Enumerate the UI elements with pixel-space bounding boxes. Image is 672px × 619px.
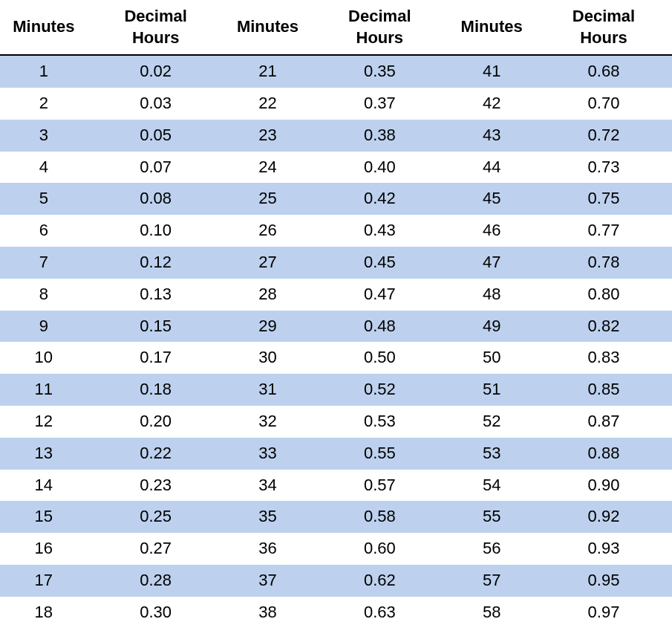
cell-decimal: 0.48 [311,311,448,343]
header-minutes-1: Minutes [0,0,88,55]
cell-minutes: 33 [224,438,312,470]
cell-decimal: 0.62 [311,565,448,597]
cell-minutes: 25 [224,183,312,215]
cell-minutes: 7 [0,247,88,279]
cell-decimal: 0.30 [88,597,224,619]
cell-decimal: 0.78 [535,247,672,279]
cell-decimal: 0.93 [535,533,672,565]
header-decimal-1: Decimal Hours [88,0,224,55]
cell-decimal: 0.60 [311,533,448,565]
cell-minutes: 11 [0,374,88,406]
cell-minutes: 21 [224,55,312,88]
header-minutes-3: Minutes [448,0,535,55]
cell-decimal: 0.85 [535,374,672,406]
header-decimal-3: Decimal Hours [535,0,672,55]
cell-decimal: 0.03 [88,88,224,120]
cell-minutes: 54 [448,470,535,502]
cell-decimal: 0.53 [311,406,448,438]
cell-decimal: 0.90 [535,470,672,502]
cell-minutes: 5 [0,183,88,215]
cell-minutes: 12 [0,406,88,438]
cell-decimal: 0.42 [311,183,448,215]
table-row: 70.12270.45470.78 [0,247,672,279]
header-text-l2: Hours [538,27,669,49]
cell-minutes: 51 [448,374,535,406]
cell-minutes: 36 [224,533,312,565]
header-text-l1: Decimal [314,6,445,27]
cell-decimal: 0.52 [311,374,448,406]
cell-minutes: 22 [224,88,312,120]
table-row: 170.28370.62570.95 [0,565,672,597]
cell-decimal: 0.43 [311,215,448,247]
cell-minutes: 6 [0,215,88,247]
cell-decimal: 0.82 [535,311,672,343]
cell-minutes: 17 [0,565,88,597]
cell-decimal: 0.22 [88,438,224,470]
table-row: 160.27360.60560.93 [0,533,672,565]
cell-decimal: 0.58 [311,501,448,533]
table-row: 130.22330.55530.88 [0,438,672,470]
cell-decimal: 0.20 [88,406,224,438]
cell-minutes: 23 [224,120,312,152]
cell-minutes: 16 [0,533,88,565]
header-text: Minutes [227,16,309,38]
header-row: Minutes Decimal Hours Minutes Decimal Ho… [0,0,672,55]
table-row: 50.08250.42450.75 [0,183,672,215]
cell-minutes: 44 [448,152,535,184]
cell-decimal: 0.02 [88,55,224,88]
cell-decimal: 0.40 [311,152,448,184]
cell-minutes: 14 [0,470,88,502]
header-text: Minutes [3,16,85,38]
header-minutes-2: Minutes [224,0,312,55]
cell-decimal: 0.45 [311,247,448,279]
cell-decimal: 0.47 [311,279,448,311]
table-row: 30.05230.38430.72 [0,120,672,152]
cell-decimal: 0.77 [535,215,672,247]
conversion-table: Minutes Decimal Hours Minutes Decimal Ho… [0,0,672,619]
cell-decimal: 0.70 [535,88,672,120]
cell-minutes: 27 [224,247,312,279]
cell-minutes: 46 [448,215,535,247]
table-row: 100.17300.50500.83 [0,342,672,374]
table-row: 180.30380.63580.97 [0,597,672,619]
cell-minutes: 55 [448,501,535,533]
cell-minutes: 30 [224,342,312,374]
table-row: 20.03220.37420.70 [0,88,672,120]
cell-minutes: 29 [224,311,312,343]
cell-decimal: 0.87 [535,406,672,438]
cell-decimal: 0.08 [88,183,224,215]
cell-minutes: 10 [0,342,88,374]
cell-minutes: 37 [224,565,312,597]
cell-minutes: 26 [224,215,312,247]
cell-decimal: 0.25 [88,501,224,533]
cell-minutes: 2 [0,88,88,120]
table-body: 10.02210.35410.6820.03220.37420.7030.052… [0,55,672,619]
cell-minutes: 47 [448,247,535,279]
cell-decimal: 0.50 [311,342,448,374]
cell-decimal: 0.38 [311,120,448,152]
header-text-l1: Decimal [91,6,221,27]
cell-decimal: 0.75 [535,183,672,215]
cell-minutes: 4 [0,152,88,184]
cell-decimal: 0.37 [311,88,448,120]
cell-decimal: 0.05 [88,120,224,152]
cell-minutes: 38 [224,597,312,619]
cell-minutes: 34 [224,470,312,502]
table-row: 110.18310.52510.85 [0,374,672,406]
cell-decimal: 0.15 [88,311,224,343]
table-row: 80.13280.47480.80 [0,279,672,311]
cell-minutes: 15 [0,501,88,533]
table-row: 10.02210.35410.68 [0,55,672,88]
cell-decimal: 0.88 [535,438,672,470]
header-text-l2: Hours [91,27,221,49]
cell-minutes: 53 [448,438,535,470]
cell-minutes: 1 [0,55,88,88]
header-text-l2: Hours [314,27,445,49]
cell-decimal: 0.13 [88,279,224,311]
cell-decimal: 0.73 [535,152,672,184]
table-row: 140.23340.57540.90 [0,470,672,502]
cell-minutes: 41 [448,55,535,88]
cell-decimal: 0.35 [311,55,448,88]
cell-minutes: 3 [0,120,88,152]
cell-minutes: 57 [448,565,535,597]
